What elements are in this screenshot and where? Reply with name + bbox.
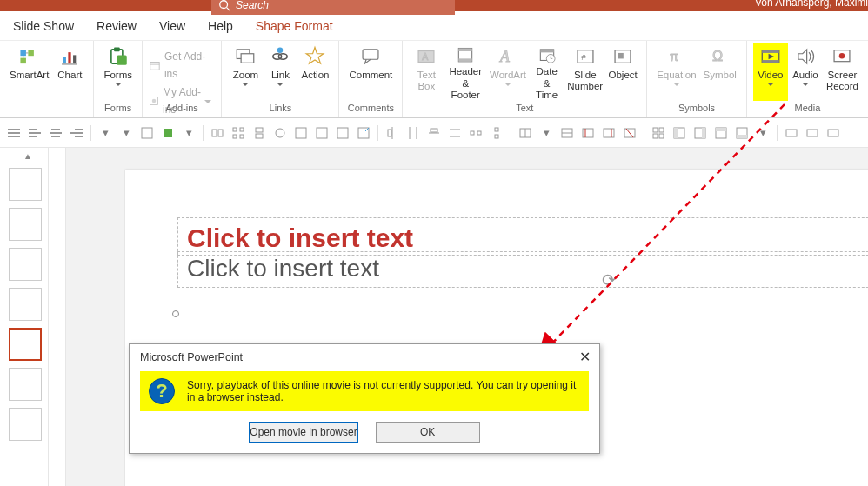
slide-thumb[interactable] — [9, 288, 42, 321]
qa-btn[interactable] — [47, 124, 64, 142]
qa-btn[interactable]: ▾ — [97, 124, 114, 142]
forms-icon — [106, 45, 130, 68]
qa-btn[interactable] — [230, 124, 247, 142]
svg-text:π: π — [670, 50, 678, 63]
qa-btn[interactable] — [384, 124, 401, 142]
link-button[interactable]: Link — [263, 43, 297, 101]
tab-review[interactable]: Review — [97, 19, 137, 33]
svg-rect-91 — [604, 129, 614, 137]
scroll-up-icon[interactable]: ▲ — [12, 151, 43, 161]
screen-recording-button[interactable]: Screer Record — [823, 43, 862, 101]
symbol-button[interactable]: Ω Symbol — [700, 43, 740, 101]
rotate-handle-icon[interactable]: ⟳ — [602, 270, 617, 290]
slide-thumbnails[interactable]: ▲ — [0, 148, 49, 486]
svg-rect-59 — [164, 129, 172, 137]
slide-thumb[interactable] — [9, 168, 42, 201]
smartart-button[interactable]: SmartArt — [6, 43, 52, 101]
open-in-browser-button[interactable]: Open movie in browser — [249, 422, 357, 443]
svg-rect-78 — [431, 129, 437, 132]
action-button[interactable]: Action — [297, 43, 332, 101]
svg-rect-89 — [583, 129, 593, 137]
slide-thumb[interactable] — [9, 248, 42, 281]
qa-btn[interactable] — [621, 124, 638, 142]
qa-btn[interactable] — [558, 124, 576, 142]
video-button[interactable]: Video — [753, 43, 788, 101]
qa-btn[interactable] — [68, 124, 85, 142]
title-placeholder[interactable]: Click to insert text — [177, 217, 868, 256]
qa-btn[interactable] — [446, 124, 464, 142]
qa-btn[interactable] — [517, 124, 534, 142]
qa-btn[interactable] — [600, 124, 618, 142]
close-icon[interactable]: ✕ — [579, 350, 591, 364]
svg-rect-40 — [762, 50, 779, 53]
group-comments: Comments — [345, 101, 396, 117]
qa-btn[interactable] — [355, 124, 372, 142]
qa-btn[interactable] — [783, 124, 800, 142]
slide-number-button[interactable]: # Slide Number — [564, 43, 605, 101]
qa-btn[interactable]: ▾ — [537, 124, 555, 142]
header-footer-button[interactable]: Header & Footer — [444, 43, 487, 101]
qa-btn[interactable] — [425, 124, 443, 142]
ok-button[interactable]: OK — [376, 422, 480, 443]
tab-view[interactable]: View — [159, 19, 185, 33]
slide-thumb[interactable] — [9, 208, 42, 241]
qa-btn[interactable] — [5, 124, 23, 142]
qa-btn[interactable] — [138, 124, 156, 142]
qa-btn[interactable] — [292, 124, 310, 142]
qa-btn[interactable] — [712, 124, 730, 142]
get-addins-button[interactable]: Get Add-ins — [149, 48, 211, 83]
comment-button[interactable]: Comment — [345, 43, 396, 101]
svg-point-20 — [279, 54, 288, 60]
zoom-button[interactable]: Zoom — [228, 43, 263, 101]
svg-rect-18 — [242, 54, 255, 63]
ribbon-tabs: Slide Show Review View Help Shape Format — [0, 11, 868, 41]
svg-rect-102 — [702, 128, 705, 138]
slide-thumb-selected[interactable] — [9, 328, 42, 361]
qa-btn[interactable] — [733, 124, 751, 142]
tab-help[interactable]: Help — [208, 19, 233, 33]
quick-toolbar: /*placeholder*/ ▾ ▾ ▾ ▾ ▾ — [0, 118, 868, 148]
search-input[interactable]: Search — [211, 0, 455, 15]
svg-rect-47 — [8, 132, 20, 134]
subtitle-placeholder[interactable]: Click to insert text — [177, 251, 868, 288]
qa-btn[interactable] — [579, 124, 597, 142]
tab-shape-format[interactable]: Shape Format — [256, 19, 333, 33]
svg-rect-100 — [674, 128, 678, 138]
qa-btn[interactable] — [313, 124, 331, 142]
svg-point-45 — [839, 53, 845, 59]
chart-button[interactable]: Chart — [52, 43, 87, 101]
qa-btn[interactable] — [691, 124, 709, 142]
qa-btn[interactable] — [209, 124, 226, 142]
qa-btn[interactable] — [404, 124, 422, 142]
equation-button[interactable]: π Equation — [653, 43, 699, 101]
qa-btn[interactable]: ▾ — [117, 124, 135, 142]
qa-btn[interactable] — [467, 124, 484, 142]
svg-point-0 — [220, 1, 228, 9]
qa-btn[interactable]: ▾ — [754, 124, 771, 142]
date-time-button[interactable]: Date & Time — [529, 43, 564, 101]
svg-rect-84 — [495, 135, 498, 138]
qa-btn[interactable] — [825, 124, 842, 142]
resize-handle[interactable] — [172, 310, 179, 317]
svg-rect-97 — [653, 134, 658, 138]
qa-btn[interactable] — [159, 124, 177, 142]
qa-btn[interactable] — [26, 124, 43, 142]
qa-btn[interactable] — [804, 124, 821, 142]
svg-rect-27 — [459, 48, 472, 50]
slide-thumb[interactable] — [9, 408, 42, 441]
qa-btn[interactable] — [650, 124, 667, 142]
qa-btn[interactable] — [334, 124, 351, 142]
audio-button[interactable]: Audio — [788, 43, 823, 101]
forms-button[interactable]: Forms — [100, 43, 136, 101]
object-button[interactable]: Object — [605, 43, 640, 101]
tab-slideshow[interactable]: Slide Show — [13, 19, 74, 33]
qa-btn[interactable] — [271, 124, 289, 142]
text-box-button[interactable]: A Text Box — [409, 43, 444, 101]
wordart-button[interactable]: A WordArt — [487, 43, 529, 101]
qa-btn[interactable] — [488, 124, 505, 142]
smartart-icon — [17, 45, 42, 68]
qa-btn[interactable] — [671, 124, 688, 142]
slide-thumb[interactable] — [9, 368, 42, 401]
qa-btn[interactable] — [250, 124, 268, 142]
qa-btn[interactable]: ▾ — [180, 124, 197, 142]
